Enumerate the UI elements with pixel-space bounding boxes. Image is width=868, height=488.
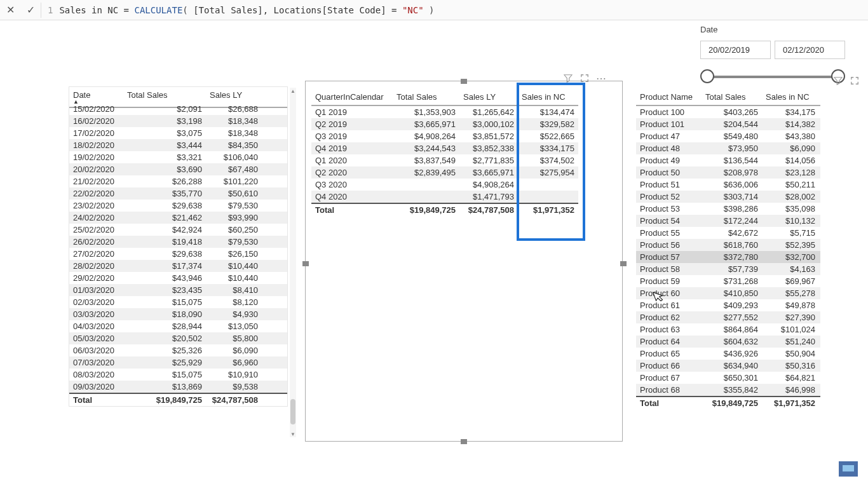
table-row[interactable]: Q3 2019$4,908,264$3,851,572$522,665	[311, 130, 578, 142]
table-cell: $3,444	[123, 139, 206, 151]
table-row[interactable]: 17/02/2020$3,075$18,348	[69, 127, 287, 139]
table-row[interactable]: Product 62$277,552$27,390	[636, 311, 820, 323]
slider-thumb-start[interactable]	[700, 69, 714, 83]
table-row[interactable]: 03/03/2020$18,090$4,930	[69, 308, 287, 320]
table-row[interactable]: Product 58$57,739$4,163	[636, 263, 820, 275]
slicer-track[interactable]	[704, 67, 841, 86]
table-row[interactable]: 25/02/2020$42,924$60,250	[69, 224, 287, 236]
total-cell: Total	[69, 394, 123, 406]
formula-close: )	[424, 5, 435, 15]
table-row[interactable]: Product 56$618,760$52,395	[636, 239, 820, 251]
column-header[interactable]: Sales in NC	[518, 89, 578, 105]
table-row[interactable]: Product 52$303,714$28,002	[636, 191, 820, 203]
commit-formula-button[interactable]: ✓	[20, 0, 41, 20]
table-row[interactable]: 09/03/2020$13,869$9,538	[69, 381, 287, 393]
filter-icon[interactable]	[562, 72, 574, 84]
table-row[interactable]: Q2 2019$3,665,971$3,000,102$329,582	[311, 118, 578, 130]
column-header[interactable]: Total Sales	[702, 89, 762, 105]
table-row[interactable]: Product 48$73,950$6,090	[636, 142, 820, 154]
table-row[interactable]: 16/02/2020$3,198$18,348	[69, 115, 287, 127]
table-row[interactable]: 08/03/2020$15,075$10,910	[69, 369, 287, 381]
filter-icon[interactable]	[832, 75, 844, 86]
table-cell: 19/02/2020	[69, 151, 123, 163]
table-row[interactable]: Product 59$731,268$69,967	[636, 275, 820, 287]
table-row[interactable]: Product 53$398,286$35,098	[636, 203, 820, 215]
table-cell: Product 68	[636, 384, 702, 396]
table-row[interactable]: 27/02/2020$29,638$26,150	[69, 248, 287, 260]
table-row[interactable]: Product 64$604,632$51,240	[636, 336, 820, 348]
table-row[interactable]: 15/02/2020$2,091$26,688	[69, 103, 287, 115]
table-row[interactable]: 22/02/2020$35,770$50,610	[69, 187, 287, 200]
table-row[interactable]: 02/03/2020$15,075$8,120	[69, 296, 287, 308]
table-row[interactable]: 18/02/2020$3,444$84,350	[69, 139, 287, 151]
table-row[interactable]: Product 66$634,940$50,316	[636, 360, 820, 372]
column-header[interactable]: Sales in NC	[762, 89, 819, 105]
focus-mode-icon[interactable]	[579, 72, 590, 84]
table-row[interactable]: Q3 2020$4,908,264	[311, 179, 578, 191]
table-cell: 09/03/2020	[69, 381, 123, 393]
table-cell: $3,665,971	[393, 118, 459, 130]
table-row[interactable]: Product 65$436,926$50,904	[636, 348, 820, 360]
table-cell: $73,950	[702, 142, 762, 154]
table-row[interactable]: 04/03/2020$28,944$13,050	[69, 320, 287, 332]
report-canvas[interactable]: Date 20/02/2019 02/12/2020 Date▲Total Sa…	[0, 20, 868, 488]
table-row[interactable]: Q4 2019$3,244,543$3,852,338$334,175	[311, 142, 578, 154]
more-options-icon[interactable]: ⋯	[595, 72, 607, 84]
formula-input[interactable]: 1 Sales in NC = CALCULATE( [Total Sales]…	[41, 5, 868, 15]
table-row[interactable]: Q2 2020$2,839,495$3,665,971$275,954	[311, 166, 578, 179]
table-row[interactable]: Product 63$864,864$101,024	[636, 323, 820, 336]
table-row[interactable]: Product 49$136,544$14,056	[636, 154, 820, 166]
table-row[interactable]: 23/02/2020$29,638$79,530	[69, 200, 287, 212]
column-header[interactable]: Product Name	[636, 89, 702, 105]
scroll-down-icon[interactable]: ▼	[290, 431, 296, 437]
table-row[interactable]: 26/02/2020$19,418$79,530	[69, 236, 287, 248]
table-row[interactable]: 20/02/2020$3,690$67,480	[69, 163, 287, 175]
table-cell: $50,316	[762, 360, 819, 372]
table-row[interactable]: Product 68$355,842$46,998	[636, 384, 820, 396]
table-row[interactable]: Q1 2019$1,353,903$1,265,642$134,474	[311, 106, 578, 118]
table-cell: $3,852,338	[459, 142, 518, 154]
table-row[interactable]: 19/02/2020$3,321$106,040	[69, 151, 287, 163]
slicer-end-input[interactable]: 02/12/2020	[775, 41, 845, 59]
slicer-label: Date	[696, 22, 849, 37]
column-header[interactable]: Sales LY	[459, 89, 518, 105]
table-row[interactable]: 06/03/2020$25,326$6,090	[69, 344, 287, 356]
table-row[interactable]: Product 57$372,780$32,700	[636, 251, 820, 263]
table-row[interactable]: Product 100$403,265$34,175	[636, 106, 820, 118]
table-row[interactable]: Q1 2020$3,837,549$2,771,835$374,502	[311, 154, 578, 166]
table-row[interactable]: Product 60$410,850$55,278	[636, 287, 820, 299]
table-row[interactable]: Q4 2020$1,471,793	[311, 191, 578, 203]
date-table-visual[interactable]: Date▲Total SalesSales LY 15/02/2020$2,09…	[69, 86, 288, 407]
table-row[interactable]: Product 67$650,301$64,821	[636, 372, 820, 384]
table-row[interactable]: Product 55$42,672$5,715	[636, 227, 820, 239]
column-header[interactable]: Total Sales	[393, 89, 459, 105]
product-table-icons	[832, 75, 860, 86]
table-row[interactable]: Product 47$549,480$43,380	[636, 130, 820, 142]
table-row[interactable]: 21/02/2020$26,288$101,220	[69, 175, 287, 187]
focus-mode-icon[interactable]	[849, 75, 860, 86]
product-table-visual[interactable]: Product NameTotal SalesSales in NC Produ…	[636, 89, 820, 409]
quarter-table-visual[interactable]: QuarterInCalendarTotal SalesSales LYSale…	[311, 89, 578, 216]
table-cell: $6,090	[206, 344, 262, 356]
table-cell: 04/03/2020	[69, 320, 123, 332]
date-slicer[interactable]: Date 20/02/2019 02/12/2020	[696, 22, 849, 86]
table-row[interactable]: 07/03/2020$25,929$6,960	[69, 356, 287, 369]
table-row[interactable]: 24/02/2020$21,462$93,990	[69, 212, 287, 224]
total-cell: $24,787,508	[459, 204, 518, 216]
table-row[interactable]: 29/02/2020$43,946$10,440	[69, 272, 287, 284]
column-header[interactable]: QuarterInCalendar	[311, 89, 393, 105]
cancel-formula-button[interactable]: ✕	[0, 0, 20, 20]
scroll-up-icon[interactable]: ▲	[290, 88, 296, 94]
date-table-scrollbar[interactable]: ▲ ▼	[290, 88, 296, 437]
table-row[interactable]: 05/03/2020$20,502$5,800	[69, 332, 287, 344]
table-row[interactable]: Product 61$409,293$49,878	[636, 299, 820, 311]
table-row[interactable]: 28/02/2020$17,374$10,440	[69, 260, 287, 272]
table-cell: 22/02/2020	[69, 187, 123, 200]
table-row[interactable]: Product 51$636,006$50,211	[636, 179, 820, 191]
table-row[interactable]: 01/03/2020$23,435$8,410	[69, 284, 287, 296]
table-row[interactable]: Product 54$172,244$10,132	[636, 215, 820, 227]
table-row[interactable]: Product 50$208,978$23,128	[636, 166, 820, 179]
table-cell: $2,091	[123, 103, 206, 115]
table-row[interactable]: Product 101$204,544$14,382	[636, 118, 820, 130]
slicer-start-input[interactable]: 20/02/2019	[700, 41, 771, 59]
